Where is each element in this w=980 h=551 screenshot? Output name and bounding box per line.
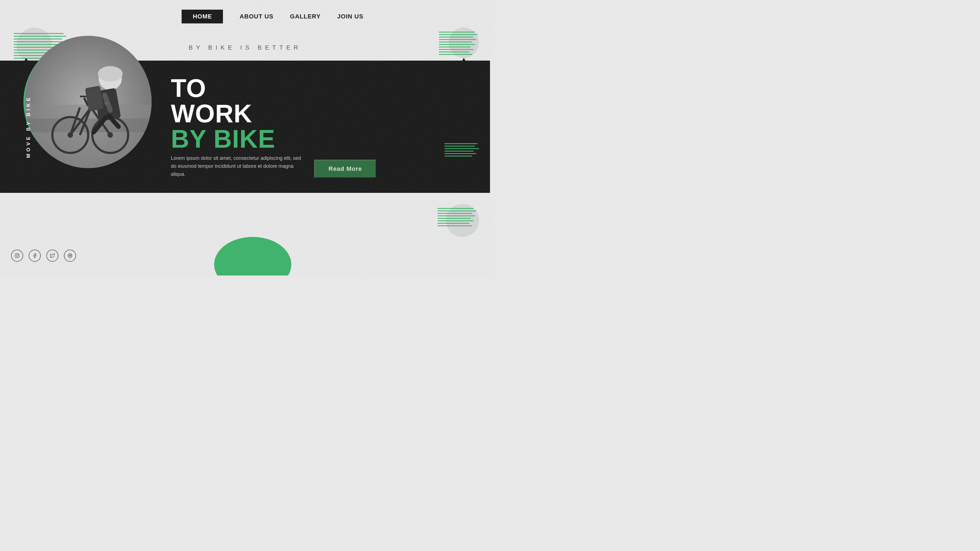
- nav-home[interactable]: HOME: [181, 10, 223, 24]
- pinterest-icon[interactable]: [64, 249, 76, 262]
- nav-about[interactable]: ABOUT US: [240, 13, 274, 20]
- nav-join[interactable]: JOIN US: [337, 13, 363, 20]
- hero-title-line2: WORK: [171, 101, 376, 126]
- deco-lines-top-right: [439, 32, 477, 55]
- svg-point-36: [18, 254, 19, 255]
- cyclist-image: [25, 36, 151, 168]
- cyclist-svg: [25, 36, 151, 168]
- subtitle-text: BY BIKE IS BETTER: [189, 44, 302, 51]
- deco-right-hero: [444, 143, 479, 157]
- svg-point-35: [16, 254, 18, 257]
- instagram-icon[interactable]: [11, 249, 23, 262]
- hero-description: Lorem ipsum dolor sit amet, consectetur …: [171, 154, 303, 178]
- svg-point-27: [98, 66, 123, 81]
- svg-point-33: [104, 102, 110, 105]
- nav-links: HOME ABOUT US GALLERY JOIN US: [181, 10, 363, 24]
- navigation: HOME ABOUT US GALLERY JOIN US: [0, 0, 490, 33]
- read-more-button[interactable]: Read More: [314, 160, 376, 178]
- bottom-circle-decoration: [214, 237, 291, 275]
- social-icons: [11, 249, 76, 262]
- hero-title: TO WORK BY BIKE: [171, 76, 376, 151]
- vertical-text: MOVE BY BIKE: [25, 95, 32, 158]
- hero-content: TO WORK BY BIKE Lorem ipsum dolor sit am…: [171, 76, 376, 178]
- hero-section: MOVE BY BIKE: [0, 60, 490, 193]
- svg-rect-34: [15, 254, 19, 258]
- facebook-icon[interactable]: [29, 249, 41, 262]
- twitter-icon[interactable]: [46, 249, 59, 262]
- hero-title-line1: TO: [171, 76, 376, 101]
- nav-gallery[interactable]: GALLERY: [290, 13, 320, 20]
- hero-title-line3: BY BIKE: [171, 126, 376, 151]
